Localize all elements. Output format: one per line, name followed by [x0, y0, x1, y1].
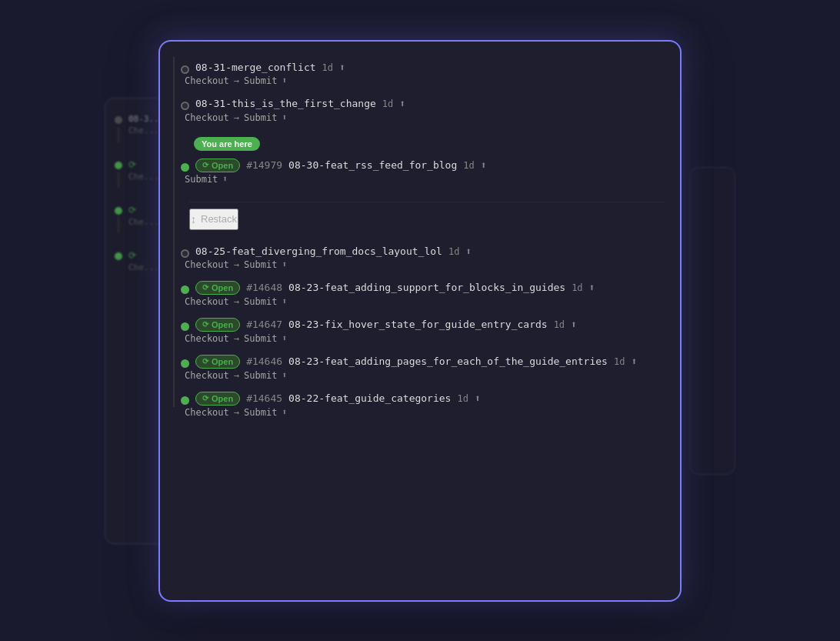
branch-age-5: 1d	[572, 282, 582, 293]
submit-cloud-3[interactable]: ⬆	[222, 174, 228, 184]
branch-dot-8	[181, 396, 189, 405]
cloud-icon-4[interactable]: ⬆	[465, 245, 472, 257]
branch-age-3: 1d	[463, 160, 474, 171]
submit-cloud-2[interactable]: ⬆	[282, 112, 287, 122]
checkout-btn-1[interactable]: Checkout	[185, 75, 229, 86]
open-badge-6: ⟳ Open	[195, 318, 240, 332]
submit-btn-7[interactable]: Submit	[244, 370, 277, 381]
branch-age-1: 1d	[322, 62, 333, 73]
submit-cloud-6[interactable]: ⬆	[282, 333, 287, 343]
submit-btn-1[interactable]: Submit	[244, 75, 277, 86]
open-badge-3: ⟳ Open	[195, 159, 240, 172]
cloud-icon-5[interactable]: ⬆	[589, 282, 595, 293]
submit-btn-4[interactable]: Submit	[244, 259, 277, 270]
branch-item-5: ⟳ Open #14648 08-23-feat_adding_support_…	[163, 278, 665, 315]
branch-item-4: 08-25-feat_diverging_from_docs_layout_lo…	[163, 239, 665, 278]
branch-item-6: ⟳ Open #14647 08-23-fix_hover_state_for_…	[163, 315, 665, 352]
submit-cloud-7[interactable]: ⬆	[282, 370, 287, 380]
branch-name-7: 08-23-feat_adding_pages_for_each_of_the_…	[288, 356, 608, 367]
pr-number-8: #14645	[246, 392, 282, 404]
you-are-here-badge: You are here	[194, 137, 260, 151]
branch-name-5: 08-23-feat_adding_support_for_blocks_in_…	[288, 282, 565, 293]
branch-dot-6	[181, 322, 189, 331]
restack-icon: ↕	[191, 213, 196, 225]
branch-dot-4	[181, 249, 189, 258]
open-badge-8: ⟳ Open	[195, 392, 240, 406]
branch-dot-3	[181, 163, 189, 172]
submit-btn-6[interactable]: Submit	[244, 333, 277, 344]
branch-name-1: 08-31-merge_conflict	[195, 62, 316, 73]
branch-age-6: 1d	[554, 319, 565, 330]
submit-btn-3[interactable]: Submit	[185, 174, 218, 185]
cloud-icon-7[interactable]: ⬆	[631, 356, 637, 367]
checkout-btn-4[interactable]: Checkout	[185, 259, 229, 270]
checkout-btn-6[interactable]: Checkout	[185, 333, 229, 344]
branch-name-8: 08-22-feat_guide_categories	[288, 392, 451, 404]
checkout-btn-7[interactable]: Checkout	[185, 370, 229, 381]
submit-cloud-4[interactable]: ⬆	[282, 259, 287, 269]
open-badge-icon-3: ⟳	[202, 161, 208, 169]
branch-item-3-current: You are here ⟳ Open #14979 08-30-feat_rs…	[163, 131, 665, 239]
cloud-icon-8[interactable]: ⬆	[475, 392, 481, 404]
submit-cloud-5[interactable]: ⬆	[282, 296, 287, 306]
branch-dot-2	[181, 102, 189, 110]
branch-item-1: 08-31-merge_conflict 1d ⬆ Checkout → Sub…	[163, 57, 665, 94]
restack-button[interactable]: ↕ Restack	[189, 209, 238, 230]
branch-item-8: ⟳ Open #14645 08-22-feat_guide_categorie…	[163, 389, 665, 426]
pr-number-7: #14646	[246, 356, 282, 367]
cloud-icon-2[interactable]: ⬆	[399, 98, 405, 109]
pr-number-6: #14647	[246, 319, 282, 330]
branch-name-3: 08-30-feat_rss_feed_for_blog	[288, 159, 457, 171]
branch-dot-1	[181, 65, 189, 74]
branch-name-6: 08-23-fix_hover_state_for_guide_entry_ca…	[288, 319, 548, 330]
checkout-btn-2[interactable]: Checkout	[185, 112, 229, 123]
branch-item-7: ⟳ Open #14646 08-23-feat_adding_pages_fo…	[163, 352, 665, 389]
pr-number-5: #14648	[246, 282, 282, 293]
branch-list: 08-31-merge_conflict 1d ⬆ Checkout → Sub…	[160, 42, 680, 600]
checkout-btn-8[interactable]: Checkout	[185, 407, 229, 418]
main-panel: 08-31-merge_conflict 1d ⬆ Checkout → Sub…	[158, 40, 682, 602]
submit-cloud-8[interactable]: ⬆	[282, 407, 287, 417]
background-panel-right	[689, 167, 735, 475]
branch-item-2: 08-31-this_is_the_first_change 1d ⬆ Chec…	[163, 94, 665, 131]
checkout-btn-5[interactable]: Checkout	[185, 296, 229, 307]
submit-cloud-1[interactable]: ⬆	[282, 75, 287, 85]
open-badge-5: ⟳ Open	[195, 281, 240, 295]
cloud-icon-1[interactable]: ⬆	[339, 62, 345, 73]
branch-age-7: 1d	[614, 356, 625, 367]
branch-dot-5	[181, 285, 189, 294]
pr-number-3: #14979	[246, 159, 282, 171]
branch-age-4: 1d	[448, 246, 459, 257]
branch-name-4: 08-25-feat_diverging_from_docs_layout_lo…	[195, 245, 442, 257]
cloud-icon-6[interactable]: ⬆	[571, 319, 577, 330]
branch-age-8: 1d	[457, 393, 468, 404]
branch-name-2: 08-31-this_is_the_first_change	[195, 98, 376, 109]
branch-dot-7	[181, 359, 189, 368]
branch-age-2: 1d	[382, 98, 393, 109]
open-badge-7: ⟳ Open	[195, 355, 240, 369]
submit-btn-5[interactable]: Submit	[244, 296, 277, 307]
submit-btn-8[interactable]: Submit	[244, 407, 277, 418]
cloud-icon-3[interactable]: ⬆	[481, 159, 487, 171]
submit-btn-2[interactable]: Submit	[244, 112, 277, 123]
